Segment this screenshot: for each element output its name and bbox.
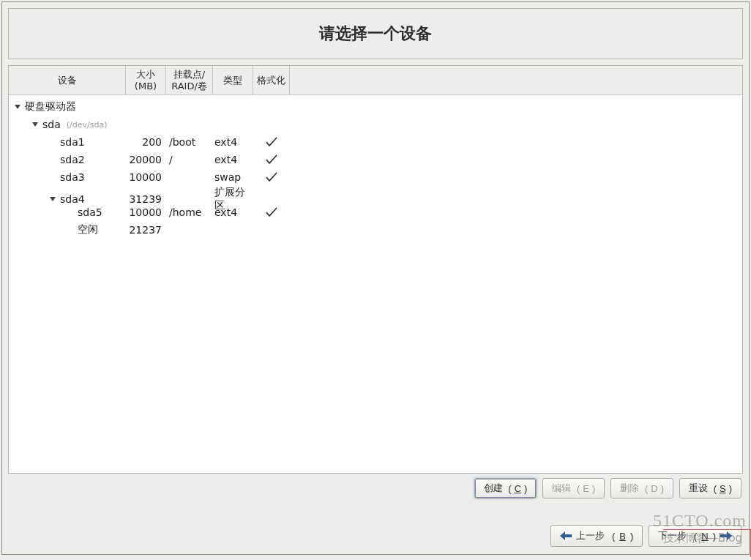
tree-row-disk[interactable]: sda (/dev/sda)	[9, 116, 742, 133]
tree-row-partition[interactable]: sda220000/ext4	[9, 151, 742, 168]
check-icon	[265, 171, 278, 183]
col-device[interactable]: 设备	[9, 66, 126, 94]
nav-button-row: 上一步 (B) 下一步 (N)	[550, 525, 741, 547]
tree-row-partition[interactable]: sda1200/bootext4	[9, 133, 742, 151]
partition-name: sda2	[60, 154, 85, 165]
edit-button: 编辑 (E)	[542, 478, 605, 499]
installer-window: 请选择一个设备 设备 大小 (MB) 挂载点/ RAID/卷 类型 格式化 硬盘…	[1, 1, 750, 555]
partition-name: sda1	[60, 136, 85, 148]
partition-size: 31239	[126, 193, 166, 205]
partition-mount: /	[166, 154, 213, 165]
title-panel: 请选择一个设备	[8, 8, 743, 59]
partition-format	[253, 206, 290, 218]
partition-size: 20000	[126, 154, 166, 165]
back-button[interactable]: 上一步 (B)	[550, 525, 643, 547]
create-button[interactable]: 创建 (C)	[474, 478, 537, 499]
partition-mount: /home	[166, 206, 213, 218]
expander-open-icon[interactable]	[48, 195, 57, 204]
tree-row-partition[interactable]: sda510000/homeext4	[9, 204, 742, 221]
action-button-row: 创建 (C) 编辑 (E) 删除 (D) 重设 (S)	[8, 478, 743, 499]
tree-body[interactable]: 硬盘驱动器 sda (/dev/sda) sda1200/bootext4sda…	[9, 95, 742, 239]
root-label: 硬盘驱动器	[25, 100, 76, 113]
partition-type: swap	[213, 171, 253, 183]
delete-button: 删除 (D)	[610, 478, 673, 499]
tree-header-row: 设备 大小 (MB) 挂载点/ RAID/卷 类型 格式化	[9, 66, 742, 95]
col-type[interactable]: 类型	[213, 66, 253, 94]
col-format[interactable]: 格式化	[253, 66, 290, 94]
partition-size: 21237	[126, 224, 166, 236]
tree-row-partition[interactable]: sda431239扩展分区	[9, 186, 742, 204]
partition-name: sda3	[60, 171, 85, 183]
reset-button[interactable]: 重设 (S)	[679, 478, 741, 499]
col-size[interactable]: 大小 (MB)	[126, 66, 166, 94]
page-title: 请选择一个设备	[319, 23, 432, 45]
col-mount[interactable]: 挂载点/ RAID/卷	[166, 66, 213, 94]
partition-size: 10000	[126, 206, 166, 218]
check-icon	[265, 136, 278, 148]
partition-size: 10000	[126, 171, 166, 183]
partition-format	[253, 136, 290, 148]
expander-open-icon[interactable]	[31, 120, 40, 129]
partition-name: sda5	[78, 206, 102, 218]
partition-tree-panel: 设备 大小 (MB) 挂载点/ RAID/卷 类型 格式化 硬盘驱动器	[8, 65, 743, 474]
partition-name: 空闲	[78, 223, 98, 236]
partition-name: sda4	[60, 193, 85, 205]
expander-open-icon[interactable]	[13, 102, 22, 111]
check-icon	[265, 206, 278, 218]
tree-row-root[interactable]: 硬盘驱动器	[9, 98, 742, 116]
arrow-right-icon	[720, 531, 732, 540]
col-spacer	[290, 66, 742, 94]
partition-type: ext4	[213, 206, 253, 218]
partition-format	[253, 154, 290, 165]
partition-size: 200	[126, 136, 166, 148]
disk-path: (/dev/sda)	[67, 120, 108, 130]
tree-row-partition[interactable]: sda310000swap	[9, 168, 742, 186]
partition-mount: /boot	[166, 136, 213, 148]
arrow-left-icon	[560, 531, 572, 540]
partition-format	[253, 171, 290, 183]
next-button[interactable]: 下一步 (N)	[649, 525, 741, 547]
tree-row-partition[interactable]: 空闲21237	[9, 221, 742, 239]
partition-type: ext4	[213, 136, 253, 148]
disk-name: sda	[42, 119, 61, 130]
partition-type: ext4	[213, 154, 253, 165]
check-icon	[265, 154, 278, 165]
